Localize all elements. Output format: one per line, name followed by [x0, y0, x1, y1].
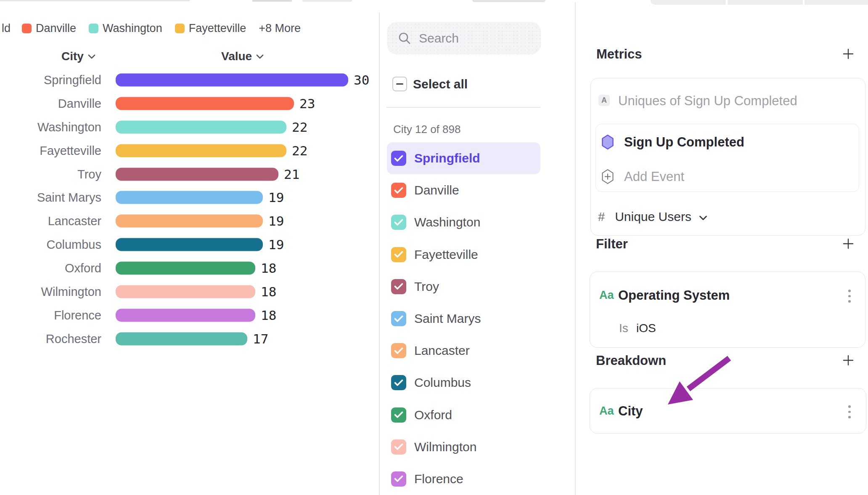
bar-category-label: Fayetteville [0, 144, 101, 157]
legend-item-label: Fayetteville [189, 22, 246, 35]
bar-category-label: Springfield [0, 73, 101, 87]
bar-category-label: Washington [0, 120, 101, 134]
bar[interactable] [116, 309, 255, 322]
bar[interactable] [116, 168, 278, 181]
chevron-down-icon [88, 54, 95, 59]
bar-category-label: Columbus [0, 238, 101, 252]
breakdown-section-title: Breakdown [596, 353, 666, 368]
event-name: Sign Up Completed [624, 135, 744, 150]
city-name-label: Lancaster [414, 343, 470, 358]
select-all-checkbox[interactable] [392, 77, 407, 91]
city-list-item[interactable]: Oxford [387, 399, 540, 431]
bar-value-label: 21 [284, 167, 299, 182]
filter-value[interactable]: iOS [636, 322, 656, 335]
filter-operator[interactable]: Is [619, 322, 628, 335]
legend-item[interactable]: Fayetteville [175, 22, 246, 35]
bar[interactable] [116, 120, 286, 133]
select-all-label[interactable]: Select all [413, 77, 468, 91]
filter-menu-button[interactable] [848, 290, 851, 303]
filter-card[interactable]: Aa Operating System Is iOS [590, 271, 865, 348]
hash-icon: # [598, 210, 605, 224]
bar-chart-row: Danville 23 [0, 92, 379, 115]
city-checkbox[interactable] [391, 151, 406, 166]
checkmark-icon [394, 411, 403, 418]
city-count-label: City 12 of 898 [393, 123, 460, 136]
bar-category-label: Wilmington [0, 285, 101, 298]
bar-value-label: 18 [261, 284, 276, 299]
metrics-section-title: Metrics [596, 47, 642, 62]
add-metric-button[interactable] [842, 48, 854, 60]
city-checkbox[interactable] [391, 407, 406, 423]
checkmark-icon [394, 315, 403, 322]
city-list-item[interactable]: Wilmington [387, 431, 540, 463]
bar[interactable] [116, 215, 263, 228]
bar[interactable] [116, 73, 348, 86]
legend-more-button[interactable]: +8 More [259, 22, 301, 35]
legend-item[interactable]: Danville [22, 22, 76, 35]
bar-category-label: Saint Marys [0, 191, 101, 205]
column-header-city[interactable]: City [61, 50, 95, 63]
column-header-city-label: City [61, 50, 84, 63]
checkmark-icon [394, 283, 403, 290]
aggregation-label: Unique Users [615, 210, 691, 224]
event-row[interactable]: Sign Up Completed [601, 134, 744, 150]
city-list-item[interactable]: Lancaster [387, 335, 540, 367]
bar-value-label: 19 [268, 237, 284, 252]
city-checkbox[interactable] [391, 439, 406, 455]
city-list-item[interactable]: Springfield [387, 142, 540, 174]
bar[interactable] [116, 262, 255, 275]
city-checkbox[interactable] [391, 247, 406, 262]
city-list-item[interactable]: Fayetteville [387, 239, 540, 271]
bar[interactable] [116, 285, 255, 298]
city-checkbox[interactable] [391, 279, 406, 294]
column-header-value[interactable]: Value [221, 50, 264, 63]
city-checkbox[interactable] [391, 311, 406, 326]
add-breakdown-button[interactable] [842, 354, 854, 366]
city-list-item[interactable]: Danville [387, 174, 540, 206]
tab-divider [726, 0, 728, 5]
city-checkbox[interactable] [391, 343, 406, 358]
city-name-label: Columbus [414, 375, 471, 390]
breakdown-property-name[interactable]: City [618, 404, 643, 419]
add-event-row[interactable]: Add Event [601, 169, 684, 184]
aggregation-dropdown[interactable]: # Unique Users [598, 210, 707, 224]
bar-category-label: Oxford [0, 261, 101, 275]
add-filter-button[interactable] [842, 238, 854, 250]
city-name-label: Oxford [414, 408, 452, 422]
bar[interactable] [116, 238, 263, 251]
filter-property-name[interactable]: Operating System [618, 288, 730, 303]
column-header-value-label: Value [221, 50, 252, 63]
bar[interactable] [116, 332, 247, 345]
city-list-item[interactable]: Troy [387, 271, 540, 303]
bar-value-label: 17 [253, 331, 268, 346]
add-event-label: Add Event [624, 169, 684, 184]
legend-item-truncated[interactable]: ld [2, 22, 11, 35]
city-list-item[interactable]: Florence [387, 463, 540, 495]
checkmark-icon [394, 443, 403, 450]
bar[interactable] [116, 97, 294, 110]
city-list-item[interactable]: Saint Marys [387, 303, 540, 335]
search-box[interactable] [387, 22, 541, 54]
bar-value-label: 18 [261, 261, 276, 276]
metric-summary: Uniques of Sign Up Completed [618, 93, 797, 109]
analytics-insights-screen: ld Danville Washington Fayetteville +8 M… [0, 0, 868, 495]
bar[interactable] [116, 144, 286, 157]
city-list-item[interactable]: Columbus [387, 367, 540, 399]
legend-item[interactable]: Washington [89, 22, 162, 35]
breakdown-card[interactable]: Aa City [590, 388, 866, 434]
city-name-label: Springfield [414, 151, 480, 165]
legend-item-label: Danville [36, 22, 76, 35]
legend-swatch [89, 24, 98, 33]
city-checkbox[interactable] [391, 183, 406, 198]
city-list-item[interactable]: Washington [387, 206, 540, 238]
bar-chart-row: Lancaster 19 [0, 209, 379, 233]
bar[interactable] [116, 191, 263, 204]
top-toolbar-fragment [0, 0, 190, 1]
city-checkbox[interactable] [391, 471, 406, 487]
indeterminate-minus-icon [396, 83, 403, 85]
search-input[interactable] [418, 31, 533, 46]
city-checkbox[interactable] [391, 215, 406, 230]
city-checkbox[interactable] [391, 375, 406, 390]
breakdown-menu-button[interactable] [848, 405, 851, 418]
top-tab-fragment [302, 0, 352, 2]
